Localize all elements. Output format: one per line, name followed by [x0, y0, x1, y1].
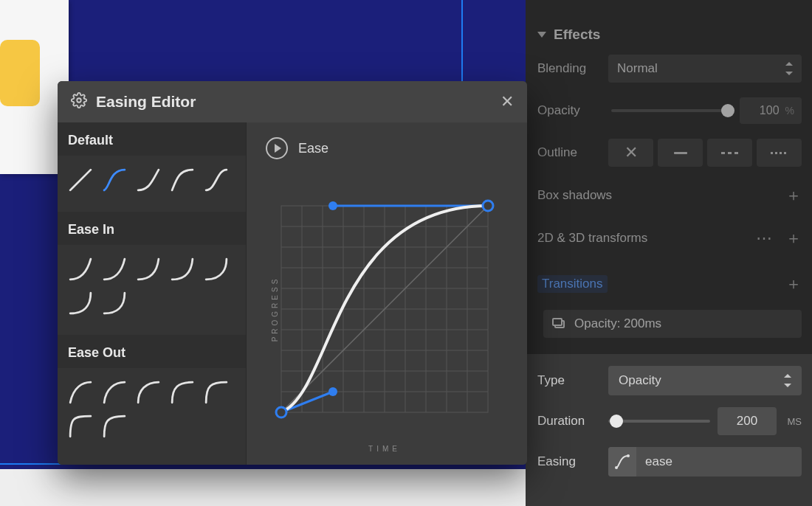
opacity-slider-thumb[interactable] [721, 104, 734, 117]
outline-label: Outline [537, 145, 608, 160]
add-box-shadow-button[interactable]: ＋ [785, 184, 802, 207]
duration-slider-thumb[interactable] [610, 415, 623, 428]
outline-none-button[interactable]: ✕ [608, 139, 653, 167]
collapse-caret-icon [537, 32, 546, 38]
easing-preset[interactable] [199, 375, 233, 409]
modal-titlebar[interactable]: Easing Editor ✕ [58, 81, 527, 122]
easing-preset[interactable] [63, 163, 97, 197]
control-handle-p2[interactable] [328, 201, 337, 210]
canvas-bottom-strip [0, 469, 526, 506]
dotted-line-icon [771, 152, 788, 154]
easing-preset[interactable] [63, 375, 97, 409]
easing-value: ease [636, 454, 681, 469]
play-icon [275, 144, 281, 153]
opacity-value-box[interactable]: 100 % [740, 97, 802, 124]
outline-row: Outline ✕ [526, 131, 812, 174]
control-handle-p1[interactable] [328, 387, 337, 396]
select-chevrons-icon [784, 374, 791, 387]
easing-preset[interactable] [165, 163, 199, 197]
type-select[interactable]: Opacity [608, 366, 802, 395]
blending-value: Normal [617, 61, 658, 76]
transitions-label: Transitions [537, 275, 608, 293]
svg-point-0 [615, 466, 618, 469]
opacity-value: 100 [760, 104, 780, 117]
transforms-more-button[interactable]: ⋯ [756, 229, 772, 248]
select-chevrons-icon [785, 62, 793, 75]
x-axis-label: TIME [368, 445, 401, 453]
transforms-row: 2D & 3D transforms ⋯ ＋ [526, 217, 812, 260]
easing-preset[interactable] [131, 252, 165, 286]
placeholder-text [0, 0, 44, 40]
duration-value: 200 [737, 414, 757, 429]
preset-grid [58, 156, 246, 212]
solid-line-icon [674, 152, 687, 154]
opacity-slider[interactable] [611, 109, 728, 112]
blending-select[interactable]: Normal [608, 55, 802, 83]
duration-input[interactable]: 200 [718, 407, 777, 435]
duration-row: Duration 200 MS [526, 401, 812, 441]
easing-preset[interactable] [97, 252, 131, 286]
easing-preset[interactable] [131, 163, 165, 197]
duration-slider[interactable] [608, 420, 710, 423]
curve-start-point[interactable] [276, 407, 286, 417]
easing-preset[interactable] [97, 163, 131, 197]
easing-row: Easing ease [526, 441, 812, 482]
play-preview-button[interactable] [266, 137, 288, 159]
easing-editor-modal: Easing Editor ✕ DefaultEase InEase Out E… [58, 81, 527, 465]
easing-preset[interactable] [97, 286, 131, 320]
transition-item[interactable]: Opacity: 200ms [543, 310, 802, 338]
outline-dashed-button[interactable] [707, 139, 752, 167]
transforms-label: 2D & 3D transforms [537, 231, 647, 246]
close-button[interactable]: ✕ [500, 92, 514, 111]
easing-preset[interactable] [199, 163, 233, 197]
duration-unit: MS [781, 416, 802, 427]
preset-grid [58, 368, 246, 458]
easing-curve-icon[interactable] [608, 447, 636, 476]
easing-preset[interactable] [63, 286, 97, 320]
gear-icon [71, 92, 87, 112]
current-easing-name: Ease [298, 141, 328, 156]
svg-point-2 [77, 98, 81, 103]
transition-stack-icon [552, 318, 565, 330]
type-label: Type [537, 373, 608, 388]
curve-end-point[interactable] [483, 201, 493, 211]
preset-grid [58, 245, 246, 335]
x-icon: ✕ [625, 143, 638, 162]
opacity-row: Opacity 100 % [526, 90, 812, 131]
easing-input[interactable]: ease [608, 447, 802, 476]
duration-label: Duration [537, 414, 608, 429]
outline-dotted-button[interactable] [757, 139, 802, 167]
easing-preset[interactable] [165, 252, 199, 286]
easing-preset[interactable] [131, 375, 165, 409]
easing-preset[interactable] [63, 252, 97, 286]
dashed-line-icon [721, 152, 739, 154]
box-shadows-label: Box shadows [537, 188, 612, 203]
easing-preset[interactable] [97, 409, 131, 443]
easing-preset[interactable] [199, 252, 233, 286]
type-value: Opacity [619, 373, 661, 388]
preset-group-title: Ease In [58, 212, 246, 245]
opacity-label: Opacity [537, 103, 608, 118]
modal-title: Easing Editor [96, 93, 196, 111]
effects-title: Effects [554, 27, 600, 43]
add-transform-button[interactable]: ＋ [785, 227, 802, 249]
effects-section-header[interactable]: Effects [526, 18, 812, 47]
blending-label: Blending [537, 61, 608, 76]
outline-solid-button[interactable] [658, 139, 703, 167]
graph-panel: Ease PROGRESS [247, 122, 527, 465]
easing-preset[interactable] [97, 375, 131, 409]
transition-edit-panel: Type Opacity Duration 200 MS Easing [526, 354, 812, 506]
easing-preset[interactable] [165, 375, 199, 409]
transitions-row: Transitions ＋ [526, 260, 812, 305]
preset-group-title: Ease Out [58, 335, 246, 368]
preset-list[interactable]: DefaultEase InEase Out [58, 122, 247, 465]
easing-label: Easing [537, 454, 608, 469]
preset-group-title: Default [58, 122, 246, 156]
opacity-unit: % [785, 105, 794, 117]
svg-point-1 [627, 454, 630, 457]
transition-item-label: Opacity: 200ms [574, 316, 661, 331]
easing-graph[interactable] [274, 198, 495, 420]
y-axis-label: PROGRESS [271, 277, 279, 342]
easing-preset[interactable] [63, 409, 97, 443]
add-transition-button[interactable]: ＋ [785, 273, 802, 295]
